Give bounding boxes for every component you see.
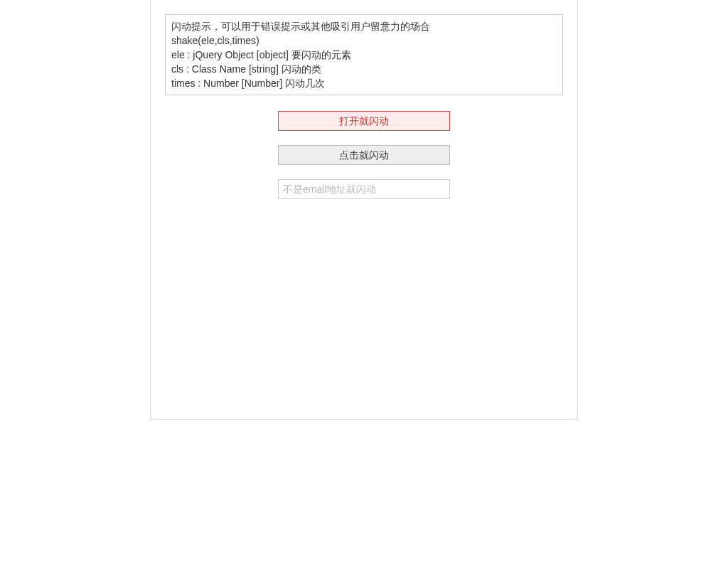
- desc-line-1: 闪动提示，可以用于错误提示或其他吸引用户留意力的场合: [171, 19, 557, 33]
- controls-column: 打开就闪动 点击就闪动: [278, 111, 450, 199]
- demo-container: 闪动提示，可以用于错误提示或其他吸引用户留意力的场合 shake(ele,cls…: [150, 0, 578, 420]
- description-box: 闪动提示，可以用于错误提示或其他吸引用户留意力的场合 shake(ele,cls…: [165, 14, 563, 95]
- desc-line-3: ele : jQuery Object [object] 要闪动的元素: [171, 48, 557, 62]
- desc-line-2: shake(ele,cls,times): [171, 33, 557, 48]
- desc-line-4: cls : Class Name [string] 闪动的类: [171, 62, 557, 76]
- click-shake-button[interactable]: 点击就闪动: [278, 145, 450, 165]
- open-shake-button[interactable]: 打开就闪动: [278, 111, 450, 131]
- desc-line-5: times : Number [Number] 闪动几次: [171, 76, 557, 90]
- email-input[interactable]: [278, 179, 450, 199]
